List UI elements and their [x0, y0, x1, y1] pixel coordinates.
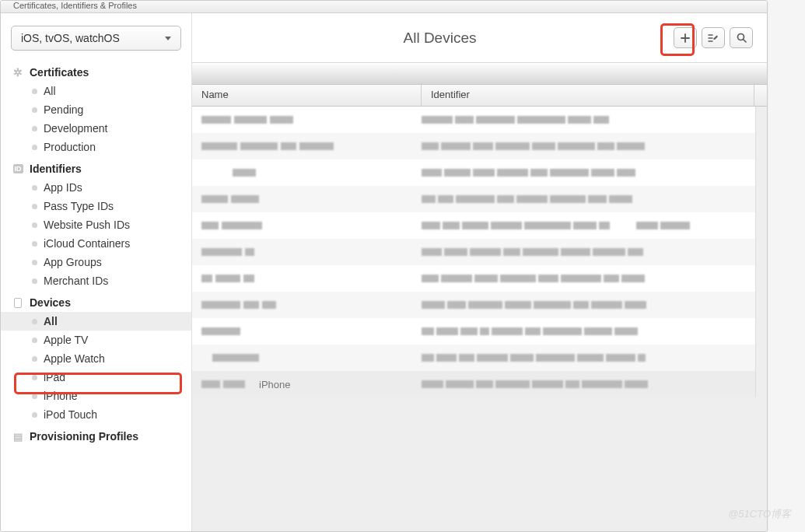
cell-identifier	[422, 380, 746, 388]
column-name[interactable]: Name	[192, 85, 422, 106]
cell-name	[201, 222, 422, 229]
main-panel: All Devices Name Identifier	[192, 13, 767, 531]
sidebar-item-label: Website Push IDs	[44, 219, 130, 231]
add-button[interactable]	[674, 27, 697, 48]
search-icon	[737, 33, 747, 43]
sidebar-item-pending[interactable]: Pending	[1, 100, 191, 119]
sidebar-section-devices: Devices	[1, 290, 191, 312]
page-title: All Devices	[206, 30, 674, 47]
bullet-icon	[32, 145, 37, 150]
sidebar-item-label: iPhone	[44, 390, 78, 402]
bullet-icon	[32, 204, 37, 209]
sidebar-item-label: Development	[44, 122, 108, 135]
cell-identifier	[422, 142, 746, 150]
sidebar-item-website-push-ids[interactable]: Website Push IDs	[1, 215, 191, 234]
bullet-icon	[32, 338, 37, 343]
chevron-down-icon	[165, 37, 171, 40]
sidebar-item-app-groups[interactable]: App Groups	[1, 253, 191, 271]
sidebar-item-app-ids[interactable]: App IDs	[1, 178, 191, 197]
cell-name	[201, 169, 422, 177]
table-row[interactable]	[192, 133, 755, 159]
sidebar-item-apple-watch[interactable]: Apple Watch	[1, 349, 191, 368]
table-row[interactable]	[192, 239, 755, 265]
sidebar-item-label: iPad	[44, 371, 65, 383]
section-label: Devices	[30, 296, 71, 309]
title-bar: Certificates, Identifiers & Profiles	[1, 1, 767, 13]
section-label: Identifiers	[30, 163, 82, 175]
sidebar-item-all[interactable]: All	[1, 312, 191, 331]
table-row[interactable]	[192, 292, 755, 318]
bullet-icon	[32, 356, 37, 362]
sidebar-item-label: App IDs	[44, 181, 82, 194]
sidebar-item-label: App Groups	[44, 256, 102, 268]
cell-name: iPhone	[201, 379, 422, 390]
bullet-icon	[32, 375, 37, 380]
cell-name	[201, 142, 422, 150]
sidebar-item-label: Merchant IDs	[44, 275, 108, 287]
sidebar-item-development[interactable]: Development	[1, 119, 191, 138]
device-table: iPhone	[192, 107, 756, 397]
bullet-icon	[32, 89, 37, 94]
bullet-icon	[32, 126, 37, 131]
ribbon-icon: ✲	[13, 67, 23, 78]
app-window: Certificates, Identifiers & Profiles iOS…	[0, 0, 768, 532]
cell-identifier	[422, 327, 746, 335]
main-header: All Devices	[192, 13, 767, 63]
cell-identifier	[422, 275, 746, 282]
sidebar-item-all[interactable]: All	[1, 82, 191, 100]
cell-name	[201, 327, 422, 335]
bullet-icon	[32, 319, 37, 324]
sidebar-item-merchant-ids[interactable]: Merchant IDs	[1, 271, 191, 290]
sidebar-item-apple-tv[interactable]: Apple TV	[1, 331, 191, 349]
platform-dropdown-label: iOS, tvOS, watchOS	[21, 32, 120, 44]
bullet-icon	[32, 107, 37, 113]
device-icon	[14, 298, 22, 308]
table-row[interactable]	[192, 345, 755, 371]
edit-list-button[interactable]	[702, 27, 725, 48]
bullet-icon	[32, 185, 37, 191]
bullet-icon	[32, 241, 37, 247]
sidebar-item-pass-type-ids[interactable]: Pass Type IDs	[1, 197, 191, 215]
cell-name	[201, 275, 422, 282]
watermark: @51CTO博客	[728, 507, 791, 521]
sidebar-item-label: All	[44, 85, 56, 97]
table-row[interactable]	[192, 107, 755, 133]
sidebar-item-label: Pass Type IDs	[44, 200, 114, 212]
plus-icon	[681, 33, 690, 43]
bullet-icon	[32, 394, 37, 399]
table-row[interactable]: iPhone	[192, 371, 755, 397]
search-button[interactable]	[730, 27, 753, 48]
bullet-icon	[32, 412, 37, 418]
table-row[interactable]	[192, 265, 755, 292]
table-row[interactable]	[192, 212, 755, 239]
sidebar: iOS, tvOS, watchOS ✲CertificatesAllPendi…	[1, 13, 192, 531]
sidebar-item-production[interactable]: Production	[1, 138, 191, 156]
cell-name	[201, 116, 422, 124]
document-icon: ▤	[13, 431, 23, 443]
edit-list-icon	[708, 33, 719, 43]
svg-point-0	[737, 34, 744, 40]
sidebar-item-label: iPod Touch	[44, 408, 97, 421]
platform-dropdown[interactable]: iOS, tvOS, watchOS	[11, 26, 181, 51]
sidebar-item-iphone[interactable]: iPhone	[1, 387, 191, 405]
id-badge-icon: ID	[13, 164, 23, 173]
table-row[interactable]	[192, 186, 755, 212]
cell-identifier	[422, 169, 746, 177]
cell-identifier	[422, 222, 746, 229]
section-label: Certificates	[30, 66, 89, 79]
sidebar-item-icloud-containers[interactable]: iCloud Containers	[1, 234, 191, 253]
table-header: Name Identifier	[192, 85, 767, 107]
sidebar-item-label: All	[44, 315, 58, 327]
sidebar-section-certificates: ✲Certificates	[1, 60, 191, 82]
sidebar-item-label: Apple Watch	[44, 352, 105, 365]
sidebar-section-provisioning-profiles: ▤Provisioning Profiles	[1, 424, 191, 446]
bullet-icon	[32, 278, 37, 284]
sidebar-item-label: iCloud Containers	[44, 237, 130, 250]
bullet-icon	[32, 260, 37, 265]
table-row[interactable]	[192, 159, 755, 186]
column-identifier[interactable]: Identifier	[422, 85, 754, 106]
sidebar-item-ipod-touch[interactable]: iPod Touch	[1, 405, 191, 424]
bullet-icon	[32, 222, 37, 228]
sidebar-item-ipad[interactable]: iPad	[1, 368, 191, 387]
table-row[interactable]	[192, 318, 755, 345]
